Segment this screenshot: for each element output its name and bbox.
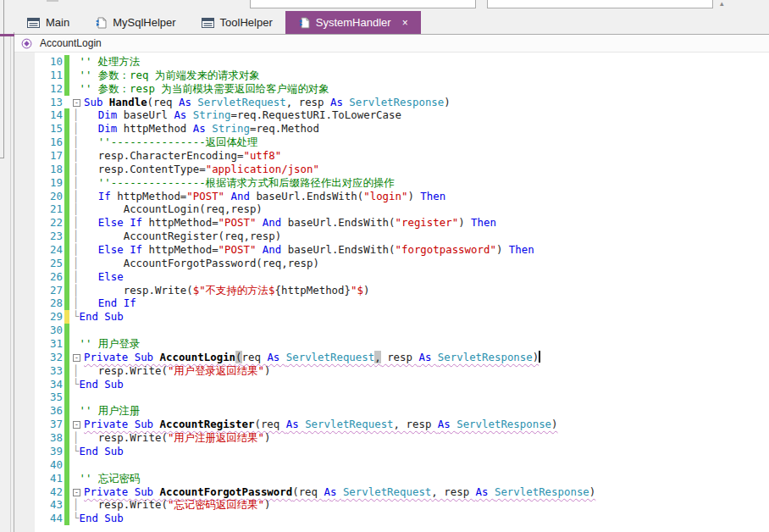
code-text: │ resp.Write("用户登录返回结果") xyxy=(69,364,270,378)
code-line[interactable]: 28│ End If xyxy=(14,296,769,310)
code-token: '' 用户注册 xyxy=(73,404,140,417)
code-line[interactable]: 11 '' 参数：req 为前端发来的请求对象 xyxy=(14,69,769,82)
code-line[interactable]: 24│ Else If httpMethod="POST" And baseUr… xyxy=(14,243,769,257)
code-token xyxy=(79,122,97,135)
tab-mysqlhelper[interactable]: MySqlHelper xyxy=(82,11,188,34)
code-line[interactable]: 40 xyxy=(14,458,769,472)
code-token: "application/json" xyxy=(206,163,319,175)
code-token: httpMethod= xyxy=(142,216,219,229)
code-token: Private Sub xyxy=(84,351,160,363)
close-tab-icon[interactable]: × xyxy=(402,17,408,29)
fold-collapse-icon[interactable]: - xyxy=(73,489,80,496)
code-line[interactable]: 43│ resp.Write("忘记密码返回结果") xyxy=(14,498,769,512)
code-line[interactable]: 34└End Sub xyxy=(14,378,769,391)
code-token: , xyxy=(374,351,380,363)
code-token: resp.CharacterEncoding= xyxy=(79,149,243,162)
code-token: ) xyxy=(407,190,420,202)
code-line[interactable]: 30 xyxy=(14,324,769,337)
line-number: 28 xyxy=(14,296,63,310)
window-icon xyxy=(202,18,214,28)
code-line[interactable]: 23│ AccountRegister(req,resp) xyxy=(14,230,769,243)
line-number: 35 xyxy=(14,391,63,404)
code-token: Dim xyxy=(98,122,117,135)
code-token: As xyxy=(330,96,349,108)
code-line[interactable]: 32-Private Sub AccountLogin(req As Servl… xyxy=(14,351,769,364)
code-line[interactable]: 37-Private Sub AccountRegister(req As Se… xyxy=(14,418,769,431)
code-token: (req xyxy=(254,418,285,430)
tab-label: ToolHelper xyxy=(220,16,273,29)
code-token: ServletRequest xyxy=(343,485,431,498)
code-text: │ AccountRegister(req,resp) xyxy=(69,230,281,243)
code-line[interactable]: 19│ ''---------------根据请求方式和后缀路径作出对应的操作 xyxy=(14,176,769,190)
member-navigator-bar[interactable]: AccountLogin xyxy=(14,34,769,53)
line-number: 13 xyxy=(14,96,63,109)
code-line[interactable]: 12 '' 参数：resp 为当前模块需要返回给客户端的对象 xyxy=(14,82,769,96)
toolbar-fragment xyxy=(47,0,58,2)
code-token: As xyxy=(418,351,437,363)
code-token: Sub xyxy=(84,96,109,108)
code-line[interactable]: 15│ Dim httpMethod As String=req.Method xyxy=(14,122,769,136)
code-token: resp.ContentType= xyxy=(79,163,205,175)
code-token: As xyxy=(438,418,456,430)
code-line[interactable]: 14│ Dim baseUrl As String=req.RequestURI… xyxy=(14,108,769,122)
code-token: baseUrl.EndsWith( xyxy=(281,216,395,229)
code-line[interactable]: 39└End Sub xyxy=(14,445,769,458)
code-line[interactable]: 21│ AccountLogin(req,resp) xyxy=(14,202,769,216)
fold-collapse-icon[interactable]: - xyxy=(73,99,80,107)
line-number: 11 xyxy=(14,69,63,82)
code-line[interactable]: 25│ AccountForgotPassword(req,resp) xyxy=(14,257,769,270)
code-text: '' 参数：resp 为当前模块需要返回给客户端的对象 xyxy=(69,82,329,96)
line-number: 19 xyxy=(14,176,63,190)
code-line[interactable]: 10 '' 处理方法 xyxy=(14,55,769,69)
line-number: 25 xyxy=(14,257,63,270)
code-line[interactable]: 22│ Else If httpMethod="POST" And baseUr… xyxy=(14,216,769,230)
code-text: │ resp.CharacterEncoding="utf8" xyxy=(69,149,281,163)
code-token xyxy=(79,296,97,309)
fold-collapse-icon[interactable]: - xyxy=(73,421,80,429)
code-line[interactable]: 44└End Sub xyxy=(14,512,769,525)
code-text: │ resp.Write("忘记密码返回结果") xyxy=(69,498,270,512)
code-token: resp xyxy=(381,351,419,363)
code-line[interactable]: 42-Private Sub AccountForgotPassword(req… xyxy=(14,485,769,499)
code-token: ( xyxy=(235,351,241,363)
code-line[interactable]: 20│ If httpMethod="POST" And baseUrl.End… xyxy=(14,190,769,203)
line-number: 26 xyxy=(14,270,63,284)
tab-main[interactable]: Main xyxy=(14,11,82,34)
code-line[interactable]: 41 '' 忘记密码 xyxy=(14,472,769,485)
code-token: ) xyxy=(264,364,270,377)
code-line[interactable]: 17│ resp.CharacterEncoding="utf8" xyxy=(14,149,769,163)
code-line[interactable]: 27│ resp.Write($"不支持的方法${httpMethod}"$) xyxy=(14,284,769,297)
code-token: AccountLogin xyxy=(160,351,236,363)
code-token: ''---------------根据请求方式和后缀路径作出对应的操作 xyxy=(98,176,395,189)
code-token: , resp xyxy=(394,418,438,430)
code-token: Else If xyxy=(98,243,142,256)
code-text: │ resp.Write($"不支持的方法${httpMethod}"$) xyxy=(69,284,369,297)
code-line[interactable]: 16│ ''---------------返回体处理 xyxy=(14,136,769,149)
code-line[interactable]: 18│ resp.ContentType="application/json" xyxy=(14,163,769,176)
ide-window: { "colors": { "active_tab": "#8E4A8C", "… xyxy=(0,0,769,532)
fold-collapse-icon[interactable]: - xyxy=(73,354,80,362)
code-editor[interactable]: 10 '' 处理方法11 '' 参数：req 为前端发来的请求对象12 '' 参… xyxy=(14,53,769,532)
code-line[interactable]: 31 '' 用户登录 xyxy=(14,337,769,351)
code-line[interactable]: 29└End Sub xyxy=(14,310,769,324)
code-token: ServletResponse xyxy=(456,418,551,430)
code-line[interactable]: 38│ resp.Write("用户注册返回结果") xyxy=(14,431,769,445)
tab-toolhelper[interactable]: ToolHelper xyxy=(189,11,285,34)
tab-systemhandler[interactable]: SystemHandler× xyxy=(285,11,421,34)
code-text: │ resp.Write("用户注册返回结果") xyxy=(69,431,270,445)
code-line[interactable]: 36 '' 用户注册 xyxy=(14,404,769,418)
code-token: resp.Write( xyxy=(79,431,167,444)
code-line[interactable]: 26│ Else xyxy=(14,270,769,284)
line-number: 16 xyxy=(14,136,63,149)
code-line[interactable]: 13-Sub Handle(req As ServletRequest, res… xyxy=(14,96,769,109)
code-line[interactable]: 33│ resp.Write("用户登录返回结果") xyxy=(14,364,769,378)
code-text: -Private Sub AccountRegister(req As Serv… xyxy=(69,418,558,431)
code-text: │ Dim baseUrl As String=req.RequestURI.T… xyxy=(69,108,401,122)
code-token: End If xyxy=(98,296,136,309)
code-line[interactable]: 35 xyxy=(14,391,769,404)
code-text: '' 忘记密码 xyxy=(69,472,140,485)
code-token: =req.RequestURI.ToLowerCase xyxy=(231,108,401,121)
line-number: 27 xyxy=(14,284,63,297)
code-text xyxy=(69,391,73,404)
code-text: └End Sub xyxy=(69,310,124,324)
